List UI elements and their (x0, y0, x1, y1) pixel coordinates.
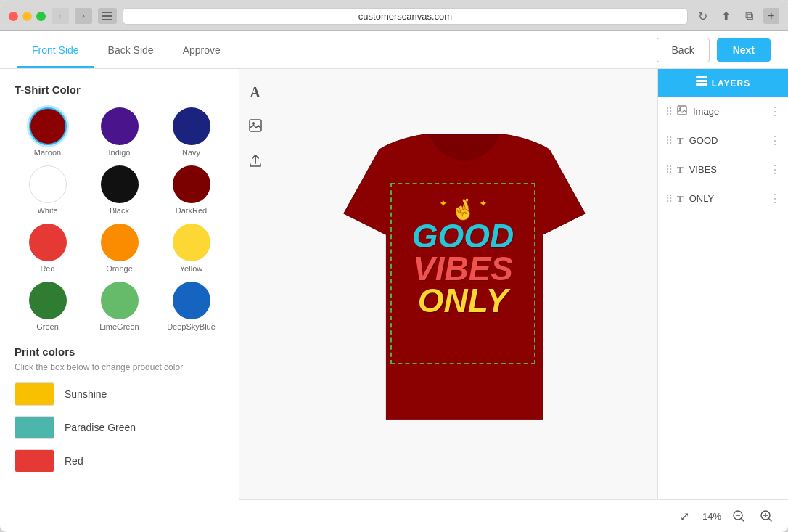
layer-type-icon-good: T (677, 135, 684, 147)
tshirt-color-title: T-Shirt Color (15, 83, 224, 96)
red-print-swatch (15, 449, 54, 472)
text-tool-button[interactable]: A (244, 81, 267, 104)
zoom-out-button[interactable] (729, 506, 749, 526)
back-button[interactable]: Back (657, 38, 710, 62)
share-button[interactable]: ⬆ (717, 7, 734, 25)
layer-drag-icon-good: ⠿ (665, 135, 673, 147)
svg-point-9 (679, 107, 681, 110)
color-label-orange: Orange (106, 264, 133, 273)
browser-window: ‹ › customerscanvas.com ↻ ⬆ ⧉ + Front Si… (0, 0, 788, 532)
layer-item-only[interactable]: ⠿ T ONLY ⋮ (658, 184, 788, 213)
hand-icon: 🤞 (451, 197, 476, 221)
color-label-navy: Navy (182, 148, 200, 157)
layer-item-good[interactable]: ⠿ T GOOD ⋮ (658, 126, 788, 155)
browser-forward-button[interactable]: › (75, 8, 92, 24)
svg-rect-7 (696, 83, 707, 86)
color-item-white[interactable]: White (15, 165, 81, 215)
image-tool-button[interactable] (244, 115, 267, 139)
layer-type-icon-only: T (677, 193, 684, 205)
color-item-yellow[interactable]: Yellow (158, 224, 224, 273)
reload-button[interactable]: ↻ (694, 7, 711, 25)
url-bar[interactable]: customerscanvas.com (123, 8, 688, 25)
svg-line-16 (769, 519, 772, 522)
browser-actions: ⬆ ⧉ + (717, 7, 779, 25)
traffic-light-minimize[interactable] (22, 12, 32, 21)
layers-icon (696, 76, 707, 90)
layer-more-vibes[interactable]: ⋮ (769, 163, 781, 176)
upload-tool-button[interactable] (244, 150, 267, 173)
color-label-indigo: Indigo (109, 148, 131, 157)
paradise-green-label: Paradise Green (65, 422, 136, 433)
layer-item-image[interactable]: ⠿ Image ⋮ (658, 97, 788, 126)
svg-rect-2 (102, 19, 112, 20)
tab-approve[interactable]: Approve (168, 31, 235, 68)
color-label-yellow: Yellow (180, 264, 202, 273)
design-text-vibes: VIBES (413, 253, 513, 285)
color-item-orange[interactable]: Orange (86, 224, 152, 273)
color-item-darkred[interactable]: DarkRed (158, 165, 224, 215)
color-item-black[interactable]: Black (86, 165, 152, 215)
color-circle-deepskyblue (173, 282, 210, 319)
layer-type-icon-vibes: T (677, 164, 684, 176)
tab-nav: Front Side Back Side Approve (17, 31, 235, 68)
sunshine-label: Sunshine (65, 388, 107, 400)
zoom-in-button[interactable] (756, 506, 776, 526)
app-content: Front Side Back Side Approve Back Next T… (0, 31, 788, 532)
canvas-bottom: ⤢ 14% (239, 499, 788, 532)
canvas-main: A (239, 69, 788, 499)
svg-rect-6 (696, 80, 707, 82)
layer-more-only[interactable]: ⋮ (769, 192, 781, 205)
color-circle-white (29, 165, 67, 203)
traffic-light-maximize[interactable] (36, 12, 46, 21)
svg-rect-8 (678, 106, 686, 115)
color-label-green: Green (36, 322, 59, 331)
color-label-red: Red (40, 264, 54, 273)
canvas-display[interactable]: ✦ 🤞 ✦ GOOD VIBES ONLY (271, 69, 657, 499)
text-tool-icon: A (250, 84, 260, 101)
color-circle-navy (173, 107, 210, 145)
svg-rect-1 (102, 15, 112, 17)
canvas-area: A (239, 69, 788, 532)
color-item-red[interactable]: Red (15, 224, 81, 273)
nav-actions: Back Next (657, 38, 771, 62)
sunshine-swatch (15, 382, 54, 406)
tab-back-side[interactable]: Back Side (94, 31, 168, 68)
layer-drag-icon-only: ⠿ (665, 193, 673, 205)
color-circle-darkred (173, 165, 210, 203)
print-color-red[interactable]: Red (15, 449, 224, 472)
zoom-level: 14% (702, 511, 721, 522)
duplicate-button[interactable]: ⧉ (740, 7, 758, 25)
color-item-maroon[interactable]: Maroon (15, 107, 81, 157)
browser-chrome: ‹ › customerscanvas.com ↻ ⬆ ⧉ + (0, 0, 788, 31)
color-item-limegreen[interactable]: LimeGreen (86, 282, 152, 331)
sidebar-toggle-button[interactable] (98, 8, 117, 24)
paradise-green-swatch (15, 416, 54, 439)
layer-name-vibes: VIBES (689, 164, 769, 175)
layers-header: LAYERS (658, 69, 788, 97)
svg-rect-0 (102, 12, 112, 13)
upload-tool-icon (248, 153, 263, 171)
red-print-label: Red (65, 455, 83, 467)
layer-item-vibes[interactable]: ⠿ T VIBES ⋮ (658, 155, 788, 184)
layer-more-good[interactable]: ⋮ (769, 134, 781, 147)
expand-button[interactable]: ⤢ (675, 506, 695, 526)
print-color-paradise-green[interactable]: Paradise Green (15, 416, 224, 439)
traffic-lights (9, 12, 46, 21)
layer-more-image[interactable]: ⋮ (769, 105, 781, 118)
color-label-darkred: DarkRed (176, 206, 207, 215)
traffic-light-close[interactable] (9, 12, 18, 21)
next-button[interactable]: Next (717, 38, 771, 62)
color-circle-indigo (101, 107, 139, 145)
color-item-navy[interactable]: Navy (158, 107, 224, 157)
tab-front-side[interactable]: Front Side (17, 31, 94, 68)
new-tab-button[interactable]: + (763, 8, 779, 24)
print-colors-title: Print colors (15, 345, 224, 358)
color-item-deepskyblue[interactable]: DeepSkyBlue (158, 282, 224, 331)
color-circle-limegreen (101, 282, 139, 319)
image-tool-icon (248, 118, 263, 136)
color-label-limegreen: LimeGreen (99, 322, 139, 331)
print-color-sunshine[interactable]: Sunshine (15, 382, 224, 406)
color-item-green[interactable]: Green (15, 282, 81, 331)
browser-back-button[interactable]: ‹ (52, 8, 69, 24)
color-item-indigo[interactable]: Indigo (86, 107, 152, 157)
